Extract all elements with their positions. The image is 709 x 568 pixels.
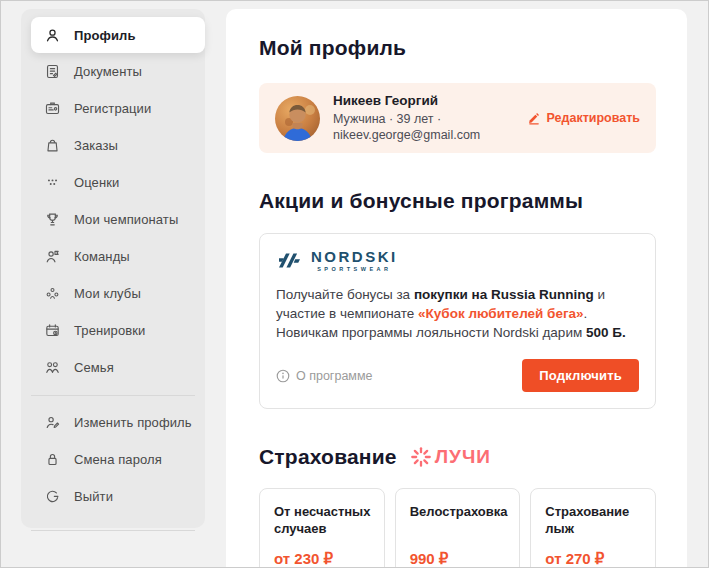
insurance-card-title: Страхование лыж xyxy=(545,503,645,537)
profile-info: Никеев Георгий Мужчина · 39 лет · nikeev… xyxy=(333,93,480,143)
nordski-brand-sub: SPORTSWEAR xyxy=(317,266,391,272)
info-icon xyxy=(276,369,290,383)
family-icon xyxy=(44,359,61,376)
sidebar-item-orders[interactable]: Заказы xyxy=(21,127,205,164)
insurance-card-ski[interactable]: Страхование лыж от 270 ₽ от 80 000 ₽ xyxy=(530,488,656,568)
sidebar-item-label: Оценки xyxy=(74,175,119,190)
main-content: Мой профиль xyxy=(226,9,687,568)
luchi-logo: ЛУЧИ xyxy=(410,446,491,468)
sidebar-item-change-password[interactable]: Смена пароля xyxy=(21,441,205,478)
pencil-icon xyxy=(527,111,541,125)
promo-section-title: Акции и бонусные программы xyxy=(259,189,656,213)
profile-page: Профиль Документы Регистрации Заказы Оце xyxy=(0,0,709,568)
nordski-mark-icon xyxy=(276,250,303,271)
about-program-link[interactable]: О программе xyxy=(276,369,372,383)
insurance-section-title: Страхование xyxy=(259,445,397,469)
logout-icon xyxy=(44,488,61,505)
promo-footer: О программе Подключить xyxy=(276,359,639,392)
profile-card: Никеев Георгий Мужчина · 39 лет · nikeev… xyxy=(259,83,656,153)
lock-icon xyxy=(44,451,61,468)
promo-text-bold: покупки на Russia Running xyxy=(414,287,594,302)
sidebar-item-label: Семья xyxy=(74,360,114,375)
sidebar-divider xyxy=(31,395,195,396)
insurance-card-price: 990 ₽ xyxy=(410,550,510,568)
insurance-card-accidents[interactable]: От несчастных случаев от 230 ₽ от 600 00… xyxy=(259,488,385,568)
sidebar-item-trainings[interactable]: Тренировки xyxy=(21,312,205,349)
sidebar-item-registrations[interactable]: Регистрации xyxy=(21,90,205,127)
insurance-card-bike[interactable]: Велостраховка 990 ₽ 1 000 000 ₽ xyxy=(395,488,521,568)
insurance-card-title: Велостраховка xyxy=(410,503,510,537)
sidebar-item-label: Заказы xyxy=(74,138,118,153)
sidebar-item-logout[interactable]: Выйти xyxy=(21,478,205,515)
id-card-icon xyxy=(44,100,61,117)
promo-text-part: Получайте бонусы за xyxy=(276,287,414,302)
sidebar-item-edit-profile[interactable]: Изменить профиль xyxy=(21,404,205,441)
sidebar-item-documents[interactable]: Документы xyxy=(21,53,205,90)
insurance-header: Страхование ЛУЧИ xyxy=(259,445,656,469)
edit-profile-link[interactable]: Редактировать xyxy=(527,111,640,125)
sidebar-item-ratings[interactable]: Оценки xyxy=(21,164,205,201)
bag-icon xyxy=(44,137,61,154)
edit-user-icon xyxy=(44,414,61,431)
profile-email: nikeev.george@gmail.com xyxy=(333,127,480,143)
promo-text-bold: 500 Б. xyxy=(586,325,626,340)
luchi-brand-name: ЛУЧИ xyxy=(435,446,491,468)
clubs-icon xyxy=(44,285,61,302)
sidebar-item-family[interactable]: Семья xyxy=(21,349,205,386)
avatar xyxy=(275,96,320,141)
edit-profile-label: Редактировать xyxy=(547,111,640,125)
connect-button[interactable]: Подключить xyxy=(522,359,639,392)
sidebar-item-label: Команды xyxy=(74,249,130,264)
sidebar-item-profile[interactable]: Профиль xyxy=(31,17,205,53)
profile-name: Никеев Георгий xyxy=(333,93,480,109)
sidebar-item-label: Мои клубы xyxy=(74,286,141,301)
profile-details: Мужчина · 39 лет · xyxy=(333,111,480,127)
sidebar: Профиль Документы Регистрации Заказы Оце xyxy=(21,9,205,528)
about-program-label: О программе xyxy=(296,369,372,383)
sidebar-item-label: Смена пароля xyxy=(74,452,162,467)
ratings-icon xyxy=(44,174,61,191)
sidebar-item-label: Тренировки xyxy=(74,323,145,338)
sidebar-item-teams[interactable]: Команды xyxy=(21,238,205,275)
insurance-card-price: от 230 ₽ xyxy=(274,550,374,568)
insurance-card-price: от 270 ₽ xyxy=(545,550,645,568)
trophy-icon xyxy=(44,211,61,228)
promo-text: Получайте бонусы за покупки на Russia Ru… xyxy=(276,285,639,342)
insurance-card-title: От несчастных случаев xyxy=(274,503,374,537)
document-icon xyxy=(44,63,61,80)
calendar-icon xyxy=(44,322,61,339)
rays-icon xyxy=(410,446,432,468)
sidebar-item-label: Документы xyxy=(74,64,142,79)
sidebar-item-clubs[interactable]: Мои клубы xyxy=(21,275,205,312)
sidebar-item-label: Регистрации xyxy=(74,101,151,116)
insurance-cards: От несчастных случаев от 230 ₽ от 600 00… xyxy=(259,488,656,568)
promo-card: NORDSKI SPORTSWEAR Получайте бонусы за п… xyxy=(259,233,656,409)
sidebar-item-label: Профиль xyxy=(74,28,136,43)
page-title: Мой профиль xyxy=(259,36,656,60)
nordski-wordmark: NORDSKI SPORTSWEAR xyxy=(311,249,398,272)
team-icon xyxy=(44,248,61,265)
sidebar-item-championships[interactable]: Мои чемпионаты xyxy=(21,201,205,238)
sidebar-item-label: Выйти xyxy=(74,489,113,504)
sidebar-divider xyxy=(31,530,195,531)
nordski-brand-name: NORDSKI xyxy=(311,249,398,264)
sidebar-item-label: Изменить профиль xyxy=(74,415,192,430)
sidebar-item-label: Мои чемпионаты xyxy=(74,212,178,227)
cup-link[interactable]: «Кубок любителей бега» xyxy=(418,306,583,321)
user-icon xyxy=(44,27,61,44)
nordski-logo: NORDSKI SPORTSWEAR xyxy=(276,249,639,272)
